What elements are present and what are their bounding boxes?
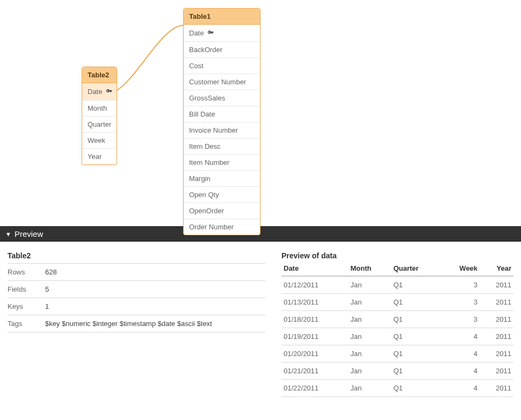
col-header[interactable]: Year	[480, 261, 513, 276]
field-label: Item Number	[189, 158, 229, 166]
field-label: Customer Number	[189, 78, 246, 86]
table-field[interactable]: Customer Number	[184, 74, 260, 90]
table-field[interactable]: Cost	[184, 58, 260, 74]
key-icon	[105, 87, 113, 96]
cell: 4	[442, 328, 480, 345]
cell: 4	[442, 345, 480, 363]
metadata-value: 5	[45, 285, 49, 293]
cell: Jan	[348, 276, 391, 294]
metadata-key: Tags	[8, 320, 45, 328]
data-preview-table: Date Month Quarter Week Year 01/12/2011 …	[281, 261, 513, 397]
metadata-row-tags: Tags $key $numeric $integer $timestamp $…	[8, 315, 265, 332]
field-label: Invoice Number	[189, 126, 238, 134]
cell: 2011	[480, 328, 513, 345]
cell: 01/20/2011	[281, 345, 348, 363]
data-model-canvas[interactable]: Table1 Date BackOrder Cost Customer Numb…	[0, 0, 521, 226]
table-field[interactable]: Date	[82, 83, 117, 100]
data-preview: Preview of data Date Month Quarter Week …	[281, 251, 513, 397]
field-label: GrossSales	[189, 94, 225, 102]
table-row[interactable]: 01/19/2011 Jan Q1 4 2011	[281, 328, 513, 345]
table-field[interactable]: Item Number	[184, 155, 260, 171]
table-field[interactable]: Month	[82, 100, 117, 117]
field-label: OpenOrder	[189, 207, 224, 215]
metadata-title: Table2	[8, 251, 265, 263]
cell: 2011	[480, 380, 513, 397]
field-label: Date	[88, 88, 102, 96]
table-field[interactable]: Week	[82, 133, 117, 149]
col-header[interactable]: Week	[442, 261, 480, 276]
table-title: Table2	[88, 71, 109, 79]
field-label: Year	[88, 153, 102, 161]
cell: 4	[442, 380, 480, 397]
preview-panel-body: Table2 Rows 628 Fields 5 Keys 1 Tags $ke…	[0, 242, 521, 397]
metadata-key: Fields	[8, 285, 45, 293]
cell: Q1	[391, 345, 442, 363]
preview-label: Preview	[15, 229, 43, 238]
field-label: Bill Date	[189, 110, 215, 118]
cell: 01/21/2011	[281, 363, 348, 380]
field-label: Item Desc	[189, 142, 221, 150]
preview-panel-header[interactable]: ▼ Preview	[0, 226, 521, 242]
cell: 4	[442, 363, 480, 380]
table-card-table1[interactable]: Table1 Date BackOrder Cost Customer Numb…	[183, 8, 260, 235]
cell: Jan	[348, 363, 391, 380]
metadata-row-rows: Rows 628	[8, 263, 265, 280]
metadata-key: Rows	[8, 268, 45, 276]
table-header[interactable]: Table2	[82, 67, 117, 83]
table-field[interactable]: Order Number	[184, 219, 260, 235]
table-header-row: Date Month Quarter Week Year	[281, 261, 513, 276]
metadata-value: $key $numeric $integer $timestamp $date …	[45, 320, 212, 328]
field-label: Margin	[189, 175, 211, 183]
metadata-value: 628	[45, 268, 57, 276]
table-title: Table1	[189, 12, 211, 20]
field-label: Order Number	[189, 223, 234, 231]
table-header[interactable]: Table1	[184, 9, 260, 25]
table-field[interactable]: Bill Date	[184, 106, 260, 122]
table-field[interactable]: Invoice Number	[184, 122, 260, 139]
cell: Q1	[391, 311, 442, 328]
field-label: Open Qty	[189, 191, 219, 199]
field-label: Quarter	[88, 120, 111, 128]
cell: Jan	[348, 311, 391, 328]
metadata-row-keys: Keys 1	[8, 298, 265, 315]
data-preview-title: Preview of data	[281, 251, 513, 261]
metadata-value: 1	[45, 302, 49, 310]
table-row[interactable]: 01/22/2011 Jan Q1 4 2011	[281, 380, 513, 397]
cell: 3	[442, 311, 480, 328]
table-field[interactable]: Open Qty	[184, 187, 260, 203]
table-field[interactable]: Year	[82, 149, 117, 164]
field-label: BackOrder	[189, 46, 222, 54]
table-row[interactable]: 01/21/2011 Jan Q1 4 2011	[281, 363, 513, 380]
field-label: Week	[88, 136, 105, 144]
table-row[interactable]: 01/18/2011 Jan Q1 3 2011	[281, 311, 513, 328]
collapse-triangle-icon: ▼	[5, 231, 11, 237]
cell: 01/18/2011	[281, 311, 348, 328]
table-field[interactable]: BackOrder	[184, 42, 260, 58]
table-row[interactable]: 01/12/2011 Jan Q1 3 2011	[281, 276, 513, 294]
cell: Jan	[348, 345, 391, 363]
col-header[interactable]: Month	[348, 261, 391, 276]
col-header[interactable]: Date	[281, 261, 348, 276]
table-field[interactable]: GrossSales	[184, 90, 260, 106]
cell: 2011	[480, 311, 513, 328]
table-field[interactable]: Date	[184, 25, 260, 42]
col-header[interactable]: Quarter	[391, 261, 442, 276]
table-card-table2[interactable]: Table2 Date Month Quarter Week Year	[82, 67, 117, 165]
cell: 01/12/2011	[281, 276, 348, 294]
cell: Q1	[391, 363, 442, 380]
table-metadata: Table2 Rows 628 Fields 5 Keys 1 Tags $ke…	[8, 251, 265, 397]
cell: Q1	[391, 328, 442, 345]
cell: 2011	[480, 363, 513, 380]
cell: 3	[442, 294, 480, 311]
cell: 01/22/2011	[281, 380, 348, 397]
table-field[interactable]: Item Desc	[184, 139, 260, 155]
cell: 2011	[480, 276, 513, 294]
cell: 01/13/2011	[281, 294, 348, 311]
table-row[interactable]: 01/13/2011 Jan Q1 3 2011	[281, 294, 513, 311]
table-row[interactable]: 01/20/2011 Jan Q1 4 2011	[281, 345, 513, 363]
key-icon	[207, 28, 214, 38]
table-field[interactable]: Quarter	[82, 117, 117, 133]
field-label: Month	[88, 104, 107, 112]
table-field[interactable]: OpenOrder	[184, 203, 260, 219]
table-field[interactable]: Margin	[184, 171, 260, 187]
